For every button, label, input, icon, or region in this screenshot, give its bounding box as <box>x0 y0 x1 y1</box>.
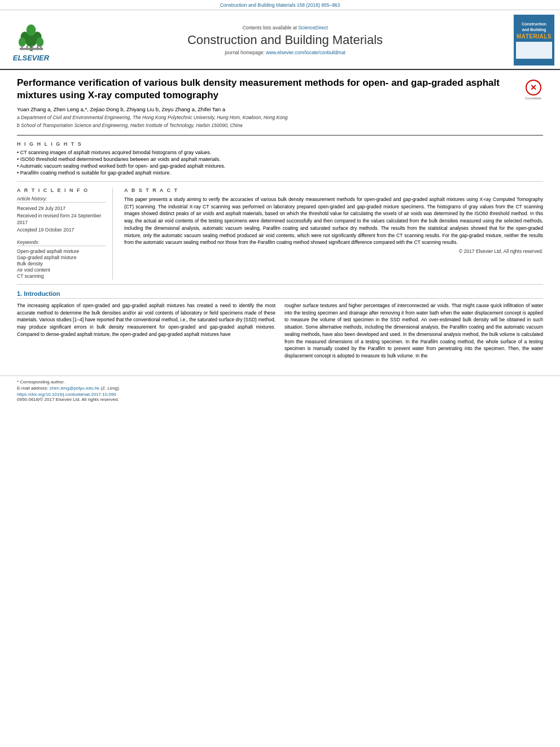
article-title-section: Performance verification of various bulk… <box>17 77 543 136</box>
keyword-5: CT scanning <box>17 273 106 279</box>
email-suffix: (Z. Leng). <box>100 386 120 391</box>
svg-point-6 <box>26 24 36 36</box>
copyright-line: © 2017 Elsevier Ltd. All rights reserved… <box>124 248 543 254</box>
intro-right-text: rougher surface textures and higher perc… <box>285 302 543 360</box>
highlight-item-2: ISO50 threshold method determined bounda… <box>17 156 543 162</box>
article-history: Article history: Received 29 July 2017 R… <box>17 196 106 234</box>
highlights-list: CT scanning images of asphalt mixtures a… <box>17 150 543 176</box>
contents-label: Contents lists available at <box>242 25 296 30</box>
highlight-item-3: Automatic vacuum sealing method worked b… <box>17 163 543 169</box>
keyword-3: Bulk density <box>17 261 106 267</box>
highlights-section: H I G H L I G H T S CT scanning images o… <box>17 141 543 182</box>
received-date: Received 29 July 2017 <box>17 205 106 212</box>
journal-name: Construction and Building Materials <box>62 33 508 47</box>
abstract-text: This paper presents a study aiming to ve… <box>124 196 543 246</box>
homepage-url[interactable]: www.elsevier.com/locate/conbuildmat <box>266 50 345 55</box>
svg-rect-8 <box>21 46 23 50</box>
article-title-text: Performance verification of various bulk… <box>17 77 518 129</box>
email-note: E-mail address: zhen.leng@polyu.edu.hk (… <box>17 386 543 391</box>
svg-rect-11 <box>37 46 38 50</box>
accepted-date: Accepted 19 October 2017 <box>17 226 106 234</box>
email-label: E-mail address: <box>17 386 49 391</box>
journal-cover-image: Construction and Building MATERIALS <box>514 15 554 65</box>
section-number: 1. <box>17 290 24 297</box>
crossmark-icon: ✕ <box>530 83 537 92</box>
intro-right-col: rougher surface textures and higher perc… <box>285 302 543 363</box>
corresponding-note: * Corresponding author. <box>17 379 543 385</box>
article-info-label: A R T I C L E I N F O <box>17 187 106 193</box>
keyword-2: Gap-graded asphalt mixture <box>17 255 106 260</box>
article-footer: * Corresponding author. E-mail address: … <box>0 375 560 407</box>
cover-decorative-image <box>516 42 552 59</box>
contents-available-line: Contents lists available at ScienceDirec… <box>62 25 508 30</box>
abstract-label: A B S T R A C T <box>124 187 543 193</box>
doi-link[interactable]: https://doi.org/10.1016/j.conbuildmat.20… <box>17 392 543 397</box>
homepage-label: journal homepage: <box>225 50 264 55</box>
keyword-4: Air void content <box>17 267 106 273</box>
keyword-1: Open-graded asphalt mixture <box>17 248 106 254</box>
article-info-col: A R T I C L E I N F O Article history: R… <box>17 187 113 279</box>
authors-line: Yuan Zhang a, Zhen Leng a,*, Zejiao Dong… <box>17 106 518 112</box>
cover-title-top: Construction and Building <box>522 21 546 32</box>
crossmark-label: CrossMark <box>525 97 541 100</box>
svg-rect-7 <box>19 47 43 50</box>
elsevier-brand-text: ELSEVIER <box>13 54 49 62</box>
article-body: Performance verification of various bulk… <box>0 70 560 370</box>
introduction-title: 1. Introduction <box>17 290 543 299</box>
issn-line: 0950-0618/© 2017 Elsevier Ltd. All right… <box>17 397 543 402</box>
journal-header: ELSEVIER Contents lists available at Sci… <box>0 10 560 70</box>
highlights-label: H I G H L I G H T S <box>17 141 543 147</box>
cover-title-bottom: MATERIALS <box>517 33 552 40</box>
elsevier-tree-icon <box>16 19 47 53</box>
article-title: Performance verification of various bulk… <box>17 77 518 102</box>
article-history-label: Article history: <box>17 196 106 203</box>
affiliation-b: b School of Transportation Science and E… <box>17 123 518 129</box>
email-address[interactable]: zhen.leng@polyu.edu.hk <box>50 386 99 391</box>
highlight-item-4: Parafilm coating method is suitable for … <box>17 170 543 176</box>
intro-left-col: The increasing application of open-grade… <box>17 302 275 363</box>
affiliation-a: a Department of Civil and Environmental … <box>17 115 518 121</box>
svg-point-4 <box>18 37 25 47</box>
svg-rect-9 <box>26 46 28 50</box>
section-title-text: Introduction <box>24 290 60 297</box>
sciencedirect-link[interactable]: ScienceDirect <box>298 25 327 30</box>
introduction-body-cols: The increasing application of open-grade… <box>17 302 543 363</box>
top-bar: Construction and Building Materials 158 … <box>0 0 560 10</box>
journal-citation: Construction and Building Materials 158 … <box>220 2 340 8</box>
svg-rect-12 <box>40 46 41 50</box>
abstract-col: A B S T R A C T This paper presents a st… <box>124 187 543 279</box>
page-wrapper: Construction and Building Materials 158 … <box>0 0 560 747</box>
crossmark-badge: ✕ CrossMark <box>523 80 543 100</box>
keywords-label: Keywords: <box>17 239 106 246</box>
intro-left-text: The increasing application of open-grade… <box>17 302 275 338</box>
authors-text: Yuan Zhang a, Zhen Leng a,*, Zejiao Dong… <box>17 106 225 112</box>
svg-point-5 <box>36 37 43 47</box>
revised-date: Received in revised form 24 September 20… <box>17 212 106 227</box>
svg-rect-10 <box>31 46 33 50</box>
journal-title-center: Contents lists available at ScienceDirec… <box>56 25 514 55</box>
keywords-section: Keywords: Open-graded asphalt mixture Ga… <box>17 239 106 279</box>
article-info-abstract-row: A R T I C L E I N F O Article history: R… <box>17 187 543 285</box>
journal-homepage: journal homepage: www.elsevier.com/locat… <box>62 50 508 55</box>
elsevier-logo: ELSEVIER <box>6 19 56 62</box>
highlight-item-1: CT scanning images of asphalt mixtures a… <box>17 150 543 155</box>
crossmark-circle: ✕ <box>526 80 541 95</box>
introduction-section: 1. Introduction The increasing applicati… <box>17 290 543 363</box>
